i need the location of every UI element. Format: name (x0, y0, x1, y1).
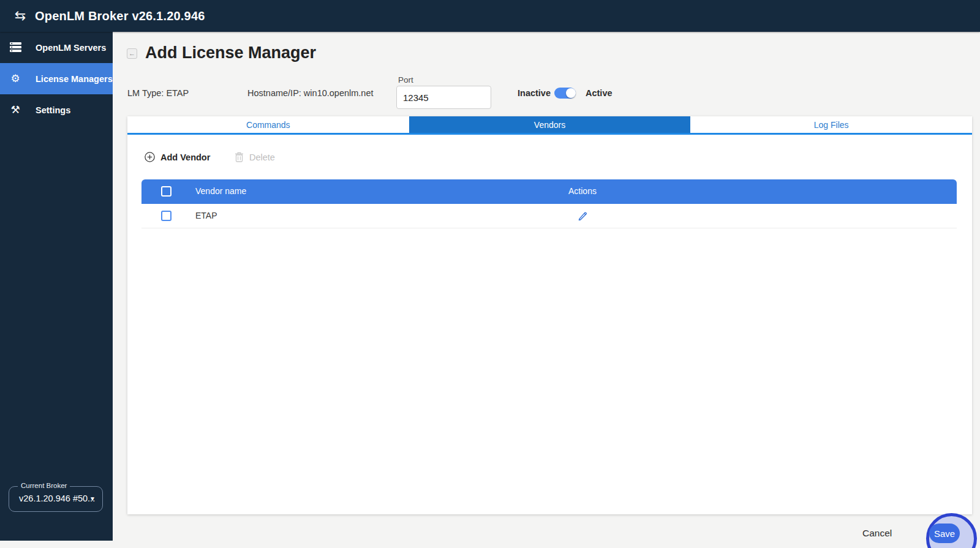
current-broker-value: v26.1.20.946 #50... (19, 494, 95, 503)
toggle-knob (566, 88, 576, 98)
pencil-icon (578, 211, 587, 220)
vendor-name-column-header: Vendor name (195, 186, 246, 196)
plus-circle-icon (145, 152, 155, 162)
tab-vendors[interactable]: Vendors (409, 116, 691, 133)
vendor-name-cell: ETAP (195, 211, 217, 220)
trash-icon (235, 152, 244, 162)
top-bar: ⇆ OpenLM Broker v26.1.20.946 (0, 0, 980, 32)
add-vendor-button[interactable]: Add Vendor (145, 152, 210, 162)
current-broker-select[interactable]: Current Broker v26.1.20.946 #50... ▼ (9, 486, 103, 512)
delete-label: Delete (249, 152, 275, 162)
tools-icon: ⚒ (9, 103, 22, 116)
license-manager-card: Commands Vendors Log Files Add Vendor De… (127, 116, 972, 514)
tab-bar: Commands Vendors Log Files (127, 116, 972, 135)
current-broker-label: Current Broker (18, 482, 70, 489)
sidebar: OpenLM Servers ⚙ License Managers ⚒ Sett… (0, 32, 113, 541)
port-label: Port (398, 75, 413, 84)
hostname-text: Hostname/IP: win10.openlm.net (247, 88, 374, 98)
sidebar-item-openlm-servers[interactable]: OpenLM Servers (0, 32, 113, 63)
page-title: Add License Manager (145, 43, 316, 62)
back-button[interactable]: ← (127, 48, 137, 59)
row-checkbox[interactable] (161, 211, 172, 221)
actions-column-header: Actions (546, 186, 619, 196)
swap-arrows-icon: ⇆ (11, 8, 29, 24)
add-vendor-label: Add Vendor (160, 152, 210, 162)
sidebar-item-license-managers[interactable]: ⚙ License Managers (0, 63, 113, 94)
edit-vendor-button[interactable] (568, 211, 597, 222)
gear-icon: ⚙ (9, 72, 22, 85)
sidebar-item-label: OpenLM Servers (36, 43, 106, 53)
delete-button[interactable]: Delete (235, 152, 275, 162)
active-toggle[interactable] (554, 88, 576, 99)
sidebar-item-label: License Managers (36, 74, 113, 84)
sidebar-item-settings[interactable]: ⚒ Settings (0, 94, 113, 126)
sidebar-item-label: Settings (36, 105, 70, 115)
active-label: Active (586, 88, 612, 98)
tab-commands[interactable]: Commands (127, 116, 409, 133)
vendor-table: Vendor name Actions ETAP (141, 179, 957, 228)
select-all-checkbox[interactable] (161, 186, 172, 197)
caret-down-icon: ▼ (89, 495, 96, 502)
cancel-button[interactable]: Cancel (862, 528, 892, 539)
save-button[interactable]: Save (929, 524, 960, 543)
table-row: ETAP (141, 204, 957, 228)
inactive-label: Inactive (518, 88, 551, 98)
app-title: OpenLM Broker v26.1.20.946 (35, 9, 205, 23)
port-input[interactable] (396, 86, 491, 109)
table-header-row: Vendor name Actions (141, 179, 957, 204)
servers-icon (9, 42, 22, 53)
lm-type-text: LM Type: ETAP (127, 88, 189, 98)
tab-log-files[interactable]: Log Files (690, 116, 972, 133)
